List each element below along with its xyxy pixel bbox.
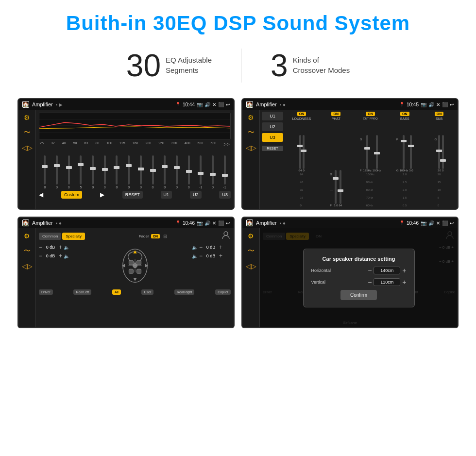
rearright-btn[interactable]: RearRight	[174, 289, 195, 295]
bass-on-btn[interactable]: ON	[400, 112, 409, 116]
plus-tl[interactable]: +	[59, 244, 62, 251]
bass-slider-1[interactable]	[403, 135, 405, 169]
loudness-slider-2[interactable]	[303, 135, 305, 169]
wave-icon-4[interactable]: 〜	[248, 247, 255, 255]
home-icon-1[interactable]: 🏠	[22, 101, 29, 108]
horizontal-value: 140cm	[374, 267, 400, 274]
eq-number: 30	[126, 50, 161, 81]
vol-icon-4[interactable]: ◁▷	[246, 262, 256, 270]
plus-tr[interactable]: +	[219, 244, 222, 251]
reset-dsp-btn[interactable]: RESET	[262, 146, 283, 151]
wave-icon-1[interactable]: 〜	[24, 128, 31, 137]
screen-speaker-dialog: 🏠 Amplifier ▪ ● 📍 10:46 📷 🔊 ✕ ⬛ ↩ ⚙ 〜 ◁▷	[241, 217, 459, 328]
volume-icon-1: 🔊	[204, 102, 210, 107]
ch-loudness: ON LOUDNESS 64	[285, 112, 318, 207]
crossover-stat: 3 Kinds of Crossover Modes	[241, 50, 379, 81]
vertical-plus-btn[interactable]: +	[402, 278, 406, 286]
sub-on-btn[interactable]: ON	[435, 112, 444, 116]
app-title-3: Amplifier	[32, 220, 53, 226]
common-btn[interactable]: Common	[39, 233, 61, 240]
phat-slider-2[interactable]	[340, 170, 341, 204]
camera-icon-4: 📷	[421, 220, 426, 226]
sub-slider-2[interactable]	[442, 135, 444, 169]
horizontal-label: Horizontal	[311, 268, 338, 273]
location-icon-4: 📍	[399, 220, 405, 225]
ch-cutfreq: ON CUT FREQ G F	[354, 112, 387, 207]
app-title-4: Amplifier	[256, 220, 277, 226]
location-icon-2: 📍	[399, 102, 405, 107]
prev-icon[interactable]: ◀	[39, 191, 43, 198]
user-btn[interactable]: User	[141, 289, 153, 295]
mode-btns: Common Specialty	[39, 233, 85, 240]
minus-tr[interactable]: −	[199, 244, 203, 251]
vol-icon-2[interactable]: ◁▷	[246, 144, 256, 152]
driver-btn[interactable]: Driver	[39, 289, 53, 295]
cutfreq-on-btn[interactable]: ON	[366, 112, 375, 116]
dialog-overlay: Car speaker distance setting Horizontal …	[260, 228, 458, 327]
u-buttons-col: U1 U2 U3 RESET	[262, 112, 283, 207]
minus-br[interactable]: −	[199, 253, 203, 259]
plus-br[interactable]: +	[219, 253, 222, 259]
minus-bl[interactable]: −	[39, 253, 42, 259]
loudness-slider-1[interactable]	[299, 135, 301, 169]
u1-dsp-btn[interactable]: U1	[262, 112, 283, 120]
home-icon-4[interactable]: 🏠	[246, 220, 253, 226]
phat-slider-1[interactable]	[335, 170, 337, 204]
plus-bl[interactable]: +	[59, 253, 62, 259]
u3-dsp-btn[interactable]: U3	[262, 133, 283, 142]
svg-rect-10	[136, 269, 141, 273]
eq-slider-0: 0	[39, 155, 51, 189]
horizontal-plus-btn[interactable]: +	[402, 267, 406, 274]
cutfreq-slider-1[interactable]	[366, 135, 368, 169]
sub-slider-1[interactable]	[438, 135, 440, 169]
reset-btn[interactable]: RESET	[122, 191, 143, 199]
u2-dsp-btn[interactable]: U2	[262, 122, 283, 131]
eq-slider-6: 0	[111, 155, 123, 189]
vertical-minus-btn[interactable]: −	[368, 278, 372, 286]
wave-icon-3[interactable]: 〜	[24, 247, 31, 255]
eq-icon-1[interactable]: ⚙	[24, 114, 30, 121]
rearleft-btn[interactable]: RearLeft	[73, 289, 91, 295]
copilot-btn[interactable]: Copilot	[215, 289, 231, 295]
home-icon-3[interactable]: 🏠	[22, 220, 29, 226]
vertical-label: Vertical	[311, 280, 338, 285]
all-btn[interactable]: All	[112, 289, 121, 295]
eq-freq-labels: 2532405063 80100125160200 25032040050063…	[39, 141, 231, 147]
next-icon[interactable]: ▶	[100, 191, 104, 198]
vol-icon-3[interactable]: ◁▷	[22, 262, 33, 270]
confirm-button[interactable]: Confirm	[340, 290, 377, 300]
screen-body-4: ⚙ 〜 ◁▷ Common Specialty ON	[242, 228, 458, 327]
eq-slider-14: 0	[207, 155, 219, 189]
sp-icon-tl: 🔈	[64, 245, 69, 250]
u1-btn[interactable]: U1	[161, 191, 172, 199]
crossover-number: 3	[271, 50, 288, 81]
custom-btn[interactable]: Custom	[61, 191, 82, 199]
horizontal-minus-btn[interactable]: −	[368, 267, 372, 274]
u3-btn[interactable]: U3	[219, 191, 231, 199]
double-arrow[interactable]: >>	[223, 141, 230, 147]
home-icon-2[interactable]: 🏠	[246, 101, 253, 108]
fader-on[interactable]: ON	[151, 234, 160, 238]
back-icon-4: ↩	[450, 220, 454, 226]
screen-body-3: ⚙ 〜 ◁▷ Common Specialty Fader ON ⊟	[18, 228, 234, 327]
screen-icon-3: ⬛	[218, 220, 224, 226]
eq-icon-2[interactable]: ⚙	[248, 114, 254, 121]
vol-icon-1[interactable]: ◁▷	[22, 144, 33, 152]
wave-icon-2[interactable]: 〜	[248, 128, 255, 137]
camera-icon-3: 📷	[197, 220, 203, 226]
eq-icon-4[interactable]: ⚙	[248, 232, 254, 240]
horizontal-ctrl: − 140cm +	[368, 267, 406, 274]
screen-body-1: ⚙ 〜 ◁▷	[18, 110, 234, 209]
dsp-main: U1 U2 U3 RESET ON LOUDNESS	[260, 110, 458, 209]
eq-icon-3[interactable]: ⚙	[24, 232, 30, 240]
u2-btn[interactable]: U2	[190, 191, 202, 199]
ch-bass: ON BASS F G	[388, 112, 421, 207]
bass-slider-2[interactable]	[410, 135, 412, 169]
cutfreq-slider-2[interactable]	[376, 135, 378, 169]
specialty-btn[interactable]: Specialty	[62, 233, 85, 240]
phat-on-btn[interactable]: ON	[331, 112, 340, 116]
minus-tl[interactable]: −	[39, 244, 42, 251]
loudness-on-btn[interactable]: ON	[297, 112, 306, 116]
back-icon-3: ↩	[226, 220, 230, 226]
fader-bars-icon: ⊟	[163, 234, 167, 239]
